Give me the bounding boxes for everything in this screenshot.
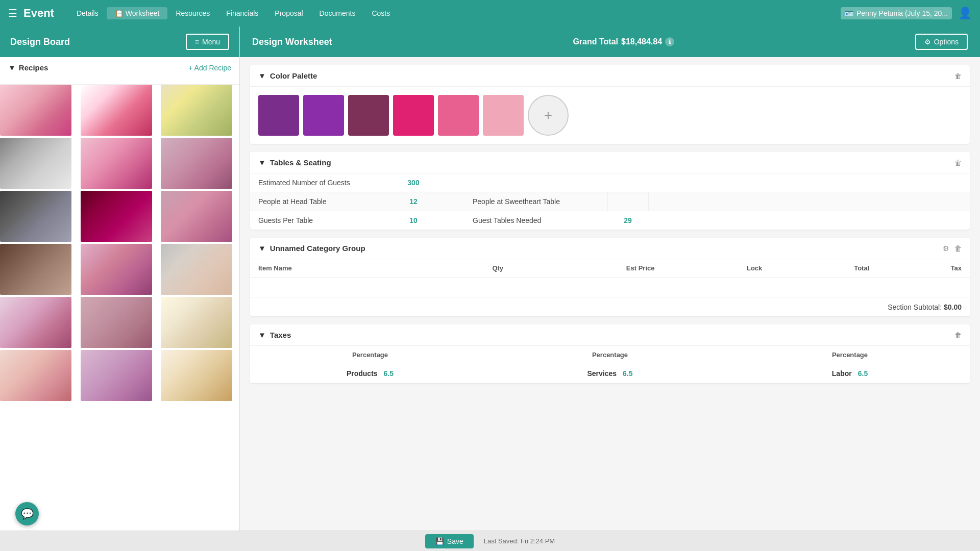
list-item[interactable] (161, 138, 232, 189)
menu-lines-icon: ≡ (195, 38, 199, 46)
list-item[interactable] (161, 297, 232, 348)
account-icon[interactable]: 👤 (958, 7, 972, 20)
category-table-head: Item Name Qty Est Price Lock Total Tax (250, 259, 970, 278)
trash-icon[interactable]: 🗑 (954, 72, 962, 80)
chevron-down-icon: ▼ (258, 331, 266, 339)
color-swatch-1[interactable] (258, 95, 299, 136)
products-value[interactable]: 6.5 (384, 369, 394, 378)
empty-cell-3 (607, 173, 648, 192)
user-card-icon: 🪪 (845, 9, 853, 17)
chevron-down-icon: ▼ (8, 63, 16, 72)
head-table-value[interactable]: 12 (393, 192, 434, 211)
col-qty: Qty (419, 259, 512, 278)
list-item[interactable] (81, 191, 152, 242)
tables-seating-section: ▼ Tables & Seating 🗑 Estimated Number of… (250, 152, 970, 230)
brand-logo: Event (23, 7, 54, 20)
tables-seating-actions: 🗑 (954, 159, 962, 167)
taxes-table: Percentage Percentage Percentage Product… (250, 346, 970, 383)
list-item[interactable] (0, 138, 71, 189)
color-swatch-5[interactable] (438, 95, 479, 136)
guests-per-table-value[interactable]: 10 (393, 211, 434, 230)
menu-button[interactable]: ≡ Menu (186, 34, 229, 50)
col-total: Total (770, 259, 877, 278)
labor-label: Labor (832, 369, 852, 378)
nav-financials[interactable]: Financials (218, 7, 266, 19)
nav-resources[interactable]: Resources (167, 7, 218, 19)
list-item[interactable] (0, 191, 71, 242)
list-item[interactable] (81, 350, 152, 401)
tax-products-cell: Products 6.5 (250, 364, 490, 383)
nav-costs[interactable]: Costs (363, 7, 398, 19)
chat-bubble[interactable]: 💬 (15, 502, 39, 525)
table-row: Percentage Percentage Percentage (250, 346, 970, 364)
list-item[interactable] (0, 297, 71, 348)
last-saved: Last Saved: Fri 2:24 PM (484, 537, 555, 545)
recipes-header: ▼ Recipes + Add Recipe (8, 63, 231, 72)
options-button[interactable]: ⚙ Options (915, 34, 968, 50)
list-item[interactable] (161, 350, 232, 401)
category-actions: ⚙ 🗑 (943, 244, 962, 253)
category-table: Item Name Qty Est Price Lock Total Tax (250, 259, 970, 298)
nav-documents[interactable]: Documents (311, 7, 364, 19)
estimated-guests-value[interactable]: 300 (393, 173, 434, 192)
list-item[interactable] (81, 138, 152, 189)
list-item[interactable] (81, 85, 152, 136)
list-item[interactable] (0, 350, 71, 401)
list-item[interactable] (0, 85, 71, 136)
recipes-section: ▼ Recipes + Add Recipe (0, 57, 239, 85)
design-board-title: Design Board (10, 37, 70, 47)
gear-icon[interactable]: ⚙ (943, 244, 949, 253)
seating-table: Estimated Number of Guests 300 People at… (250, 173, 970, 230)
add-recipe-button[interactable]: + Add Recipe (188, 64, 231, 72)
worksheet-title: Design Worksheet (252, 37, 332, 47)
estimated-guests-label: Estimated Number of Guests (250, 173, 393, 192)
add-color-button[interactable]: + (528, 95, 569, 136)
list-item[interactable] (0, 244, 71, 295)
info-icon[interactable]: ℹ (665, 37, 674, 46)
color-swatch-3[interactable] (348, 95, 389, 136)
left-panel-header: Design Board ≡ Menu (0, 27, 239, 57)
right-panel: Design Worksheet Grand Total $18,484.84 … (240, 27, 980, 531)
chat-icon: 💬 (21, 508, 34, 520)
table-row: Estimated Number of Guests 300 (250, 173, 970, 192)
list-item[interactable] (161, 244, 232, 295)
guest-tables-needed-value[interactable]: 29 (607, 211, 648, 230)
products-label: Products (347, 369, 378, 378)
trash-icon[interactable]: 🗑 (954, 244, 962, 253)
tax-services-cell: Services 6.5 (490, 364, 730, 383)
nav-details[interactable]: Details (68, 7, 107, 19)
color-swatch-2[interactable] (303, 95, 344, 136)
list-item[interactable] (81, 297, 152, 348)
table-row: Products 6.5 Services 6.5 (250, 364, 970, 383)
image-grid (0, 85, 239, 401)
list-item[interactable] (161, 191, 232, 242)
empty-cell-4 (648, 192, 970, 211)
category-table-body (250, 278, 970, 298)
table-row: Item Name Qty Est Price Lock Total Tax (250, 259, 970, 278)
taxes-section: ▼ Taxes 🗑 Percentage Percentage Percenta… (250, 324, 970, 383)
services-value[interactable]: 6.5 (623, 369, 632, 378)
labor-value[interactable]: 6.5 (858, 369, 868, 378)
empty-cell-5 (648, 211, 970, 230)
color-swatch-6[interactable] (483, 95, 524, 136)
user-profile[interactable]: 🪪 Penny Petunia (July 15, 20... (841, 7, 952, 19)
color-swatch-4[interactable] (393, 95, 434, 136)
save-button[interactable]: 💾 Save (425, 534, 474, 548)
table-row: Guests Per Table 10 Guest Tables Needed … (250, 211, 970, 230)
sweetheart-table-value[interactable] (607, 192, 648, 211)
trash-icon[interactable]: 🗑 (954, 159, 962, 167)
hamburger-icon[interactable]: ☰ (8, 7, 17, 19)
nav-proposal[interactable]: Proposal (266, 7, 311, 19)
grand-total: Grand Total $18,484.84 ℹ (573, 37, 674, 46)
list-item[interactable] (81, 244, 152, 295)
list-item[interactable] (161, 85, 232, 136)
gear-icon: ⚙ (924, 38, 931, 46)
col-lock: Lock (663, 259, 770, 278)
category-title: ▼ Unnamed Category Group (258, 244, 365, 253)
nav-links: Details 📋 Worksheet Resources Financials… (68, 7, 839, 19)
taxes-header: ▼ Taxes 🗑 (250, 324, 970, 346)
trash-icon[interactable]: 🗑 (954, 331, 962, 339)
nav-worksheet[interactable]: 📋 Worksheet (107, 7, 168, 19)
taxes-table-body: Products 6.5 Services 6.5 (250, 364, 970, 383)
grand-total-value: $18,484.84 (621, 37, 662, 46)
